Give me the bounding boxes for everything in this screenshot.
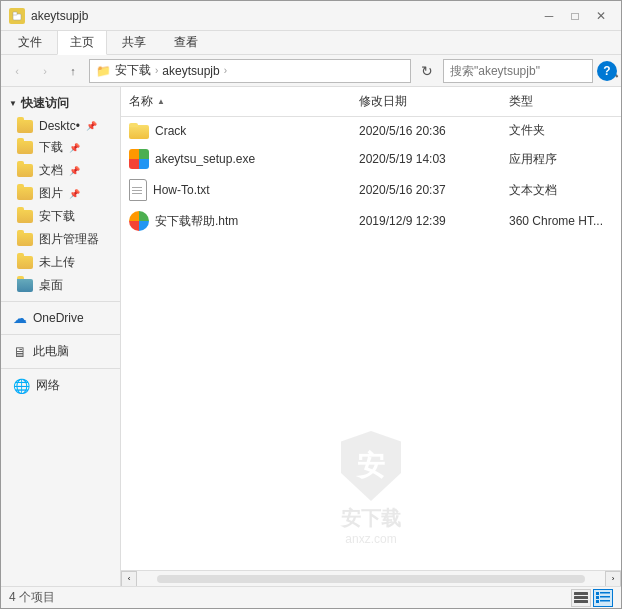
window-title: akeytsupjb bbox=[31, 9, 88, 23]
file-type-exe: 应用程序 bbox=[501, 149, 621, 170]
ribbon-tabs: 文件 主页 共享 查看 bbox=[1, 31, 621, 55]
col-header-type[interactable]: 类型 bbox=[501, 91, 621, 112]
help-button[interactable]: ? bbox=[597, 61, 617, 81]
address-bar[interactable]: 📁 安下载 › akeytsupjb › bbox=[89, 59, 411, 83]
sidebar-item-onedrive[interactable]: ☁ OneDrive bbox=[1, 306, 120, 330]
file-name-cell-exe: akeytsu_setup.exe bbox=[121, 147, 351, 171]
folder-icon-crack bbox=[129, 123, 149, 139]
window-controls: ─ □ ✕ bbox=[537, 6, 613, 26]
breadcrumb-icon: 📁 bbox=[96, 64, 111, 78]
search-box[interactable]: 🔍 bbox=[443, 59, 593, 83]
breadcrumb-download[interactable]: 安下载 bbox=[115, 62, 151, 79]
file-row-htm[interactable]: 安下载帮助.htm 2019/12/9 12:39 360 Chrome HT.… bbox=[121, 206, 621, 236]
sidebar-item-pictures[interactable]: 图片 📌 bbox=[1, 182, 120, 205]
sort-indicator: ▲ bbox=[157, 97, 165, 106]
main-area: ▼ 快速访问 Desktc• 📌 下载 📌 文档 📌 图片 bbox=[1, 87, 621, 586]
file-row-crack[interactable]: Crack 2020/5/16 20:36 文件夹 bbox=[121, 117, 621, 144]
h-scrollbar[interactable] bbox=[157, 575, 585, 583]
svg-rect-7 bbox=[596, 596, 599, 599]
network-icon: 🌐 bbox=[13, 378, 30, 394]
minimize-button[interactable]: ─ bbox=[537, 6, 561, 26]
folder-icon bbox=[17, 233, 33, 246]
pin-icon-desktop: 📌 bbox=[86, 121, 97, 131]
sidebar-item-notuploaded[interactable]: 未上传 bbox=[1, 251, 120, 274]
scroll-left-button[interactable]: ‹ bbox=[121, 571, 137, 587]
view-details-button[interactable] bbox=[593, 589, 613, 607]
file-name-crack: Crack bbox=[155, 124, 186, 138]
breadcrumb-folder[interactable]: akeytsupjb bbox=[162, 64, 219, 78]
sidebar: ▼ 快速访问 Desktc• 📌 下载 📌 文档 📌 图片 bbox=[1, 87, 121, 586]
scroll-right-button[interactable]: › bbox=[605, 571, 621, 587]
close-button[interactable]: ✕ bbox=[589, 6, 613, 26]
up-button[interactable]: ↑ bbox=[61, 59, 85, 83]
sidebar-item-desktop[interactable]: Desktc• 📌 bbox=[1, 116, 120, 136]
file-date-txt: 2020/5/16 20:37 bbox=[351, 181, 501, 199]
search-input[interactable] bbox=[450, 64, 600, 78]
list-view-icon bbox=[574, 592, 588, 604]
file-list: Crack 2020/5/16 20:36 文件夹 akeytsu_setup.… bbox=[121, 117, 621, 570]
sidebar-item-label-picmgr: 图片管理器 bbox=[39, 231, 99, 248]
svg-rect-1 bbox=[13, 12, 17, 15]
svg-rect-9 bbox=[596, 600, 599, 603]
onedrive-label: OneDrive bbox=[33, 311, 84, 325]
folder-icon bbox=[17, 279, 33, 292]
forward-button[interactable]: › bbox=[33, 59, 57, 83]
file-type-crack: 文件夹 bbox=[501, 120, 621, 141]
refresh-button[interactable]: ↻ bbox=[415, 59, 439, 83]
file-name-cell-txt: How-To.txt bbox=[121, 177, 351, 203]
col-header-name[interactable]: 名称 ▲ bbox=[121, 91, 351, 112]
folder-icon bbox=[17, 256, 33, 269]
sidebar-item-network[interactable]: 🌐 网络 bbox=[1, 373, 120, 398]
sidebar-divider-1 bbox=[1, 301, 120, 302]
svg-rect-4 bbox=[574, 600, 588, 603]
quick-access-header[interactable]: ▼ 快速访问 bbox=[1, 91, 120, 116]
tab-home[interactable]: 主页 bbox=[57, 30, 107, 55]
quick-access-label: 快速访问 bbox=[21, 95, 69, 112]
folder-icon bbox=[17, 164, 33, 177]
tab-share[interactable]: 共享 bbox=[109, 30, 159, 54]
folder-icon bbox=[17, 141, 33, 154]
item-count: 4 个项目 bbox=[9, 589, 55, 606]
file-date-htm: 2019/12/9 12:39 bbox=[351, 212, 501, 230]
sidebar-item-desktop2[interactable]: 桌面 bbox=[1, 274, 120, 297]
computer-icon: 🖥 bbox=[13, 344, 27, 360]
sidebar-item-label-pictures: 图片 bbox=[39, 185, 63, 202]
content-area: 名称 ▲ 修改日期 类型 Crack 2020/5/1 bbox=[121, 87, 621, 586]
sidebar-item-label-desktop2: 桌面 bbox=[39, 277, 63, 294]
file-type-txt: 文本文档 bbox=[501, 180, 621, 201]
sidebar-item-label-download: 下载 bbox=[39, 139, 63, 156]
maximize-button[interactable]: □ bbox=[563, 6, 587, 26]
file-name-cell-htm: 安下载帮助.htm bbox=[121, 209, 351, 233]
file-row-txt[interactable]: How-To.txt 2020/5/16 20:37 文本文档 bbox=[121, 174, 621, 206]
sidebar-item-picmgr[interactable]: 图片管理器 bbox=[1, 228, 120, 251]
exe-icon bbox=[129, 149, 149, 169]
svg-rect-10 bbox=[600, 600, 610, 602]
view-list-button[interactable] bbox=[571, 589, 591, 607]
sidebar-item-label-notuploaded: 未上传 bbox=[39, 254, 75, 271]
file-date-crack: 2020/5/16 20:36 bbox=[351, 122, 501, 140]
onedrive-icon: ☁ bbox=[13, 310, 27, 326]
network-label: 网络 bbox=[36, 377, 60, 394]
file-row-exe[interactable]: akeytsu_setup.exe 2020/5/19 14:03 应用程序 bbox=[121, 144, 621, 174]
svg-rect-8 bbox=[600, 596, 610, 598]
col-header-date[interactable]: 修改日期 bbox=[351, 91, 501, 112]
sidebar-item-anxz[interactable]: 安下载 bbox=[1, 205, 120, 228]
svg-rect-6 bbox=[600, 592, 610, 594]
sidebar-item-label-anxz: 安下载 bbox=[39, 208, 75, 225]
tab-file[interactable]: 文件 bbox=[5, 30, 55, 54]
txt-icon bbox=[129, 179, 147, 201]
file-name-cell-crack: Crack bbox=[121, 121, 351, 141]
chevron-icon: ▼ bbox=[9, 99, 17, 108]
view-buttons bbox=[571, 589, 613, 607]
sidebar-item-download[interactable]: 下载 📌 bbox=[1, 136, 120, 159]
file-type-htm: 360 Chrome HT... bbox=[501, 212, 621, 230]
tab-view[interactable]: 查看 bbox=[161, 30, 211, 54]
sidebar-item-computer[interactable]: 🖥 此电脑 bbox=[1, 339, 120, 364]
computer-label: 此电脑 bbox=[33, 343, 69, 360]
sidebar-item-docs[interactable]: 文档 📌 bbox=[1, 159, 120, 182]
pin-icon-pictures: 📌 bbox=[69, 189, 80, 199]
file-name-exe: akeytsu_setup.exe bbox=[155, 152, 255, 166]
toolbar: ‹ › ↑ 📁 安下载 › akeytsupjb › ↻ 🔍 ? bbox=[1, 55, 621, 87]
back-button[interactable]: ‹ bbox=[5, 59, 29, 83]
breadcrumb-sep-2: › bbox=[224, 65, 227, 76]
